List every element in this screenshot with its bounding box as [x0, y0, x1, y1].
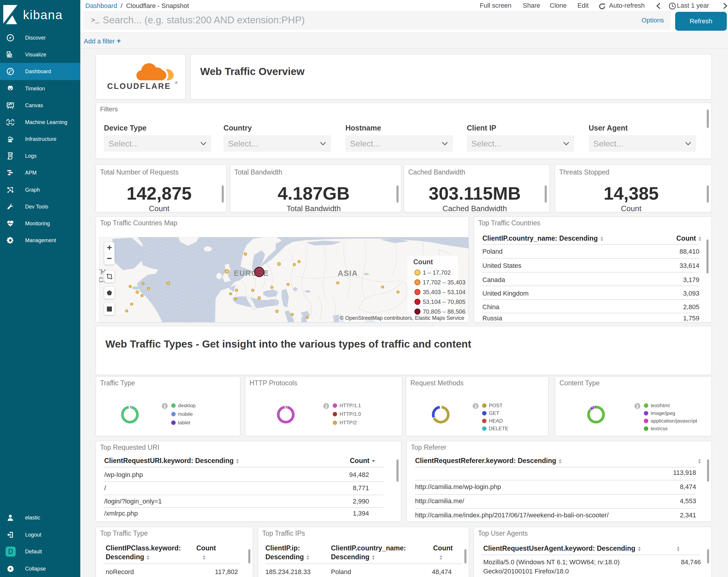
- svg-text:®: ®: [175, 81, 177, 84]
- svg-text:CLOUDFLARE: CLOUDFLARE: [107, 82, 171, 91]
- svg-text:35,403 – 53,104: 35,403 – 53,104: [423, 289, 466, 295]
- svg-text:© OpenStreetMap contributors,: © OpenStreetMap contributors, Elastic Ma…: [340, 315, 464, 321]
- svg-text:53,104 – 70,805: 53,104 – 70,805: [423, 299, 466, 305]
- svg-text:70,805 – 88,506: 70,805 – 88,506: [423, 308, 466, 315]
- svg-text:Count: Count: [413, 258, 433, 266]
- svg-text:1 – 17,702: 1 – 17,702: [423, 269, 451, 276]
- svg-text:17,702 – 35,403: 17,702 – 35,403: [423, 279, 466, 285]
- svg-text:ASIA: ASIA: [338, 269, 358, 278]
